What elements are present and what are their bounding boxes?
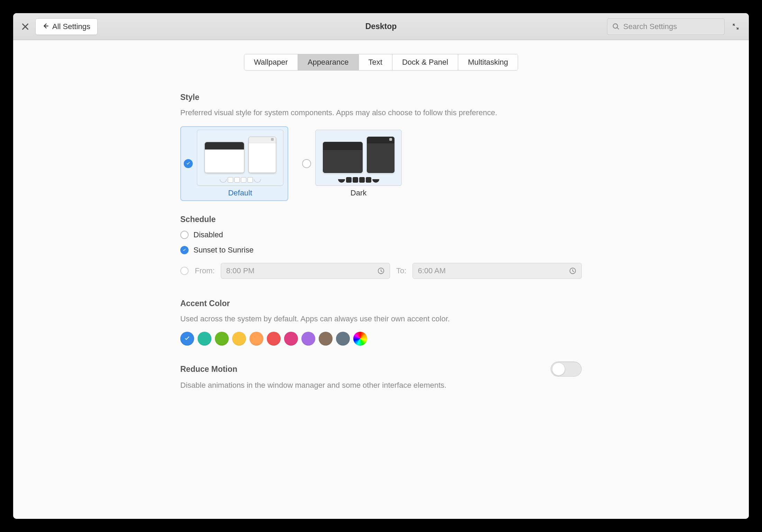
search-icon [612, 23, 620, 30]
accent-title: Accent Color [180, 299, 582, 308]
schedule-to-input[interactable]: 6:00 AM [412, 263, 582, 279]
accent-color-6[interactable] [284, 332, 298, 346]
style-label-dark: Dark [351, 189, 366, 198]
back-arrow-icon [43, 22, 49, 31]
accent-color-5[interactable] [267, 332, 281, 346]
schedule-option-manual[interactable]: From: 8:00 PM To: 6:00 AM [180, 263, 582, 279]
close-icon [20, 21, 30, 32]
accent-color-9[interactable] [336, 332, 350, 346]
tab-appearance[interactable]: Appearance [298, 54, 359, 70]
schedule-radio-sunset[interactable] [180, 246, 189, 254]
schedule-radio-disabled[interactable] [180, 231, 189, 239]
style-label-default: Default [228, 189, 252, 198]
style-desc: Preferred visual style for system compon… [180, 108, 582, 117]
accent-color-7[interactable] [301, 332, 315, 346]
reduce-motion-switch[interactable] [551, 361, 582, 377]
check-icon [183, 335, 191, 342]
switch-knob [552, 363, 565, 376]
content-area: Wallpaper Appearance Text Dock & Panel M… [13, 40, 749, 519]
schedule-from-label: From: [195, 266, 215, 275]
schedule-to-label: To: [396, 266, 406, 275]
schedule-title: Schedule [180, 215, 582, 224]
schedule-radio-manual[interactable] [180, 267, 189, 275]
reduce-motion-row: Reduce Motion [180, 361, 582, 377]
tab-dock-panel[interactable]: Dock & Panel [392, 54, 458, 70]
schedule-from-value: 8:00 PM [226, 266, 254, 275]
settings-window: All Settings Desktop Search Settings Wal… [13, 13, 749, 519]
schedule-to-value: 6:00 AM [418, 266, 446, 275]
style-option-default[interactable]: Default [180, 126, 288, 201]
check-icon [182, 248, 187, 253]
check-icon [185, 161, 191, 166]
headerbar: All Settings Desktop Search Settings [13, 13, 749, 40]
back-label: All Settings [52, 22, 90, 31]
tab-text[interactable]: Text [359, 54, 392, 70]
schedule-sunset-label: Sunset to Sunrise [193, 246, 254, 255]
search-placeholder: Search Settings [623, 22, 677, 31]
accent-color-row [180, 332, 582, 346]
tab-wallpaper[interactable]: Wallpaper [244, 54, 298, 70]
fullscreen-button[interactable] [729, 20, 742, 33]
accent-color-0[interactable] [180, 332, 194, 346]
schedule-option-disabled[interactable]: Disabled [180, 230, 582, 239]
accent-color-2[interactable] [215, 332, 229, 346]
fullscreen-icon [732, 23, 740, 30]
tab-bar: Wallpaper Appearance Text Dock & Panel M… [244, 54, 518, 71]
clock-icon [377, 267, 385, 275]
appearance-panel: Style Preferred visual style for system … [180, 93, 582, 390]
style-preview-dark [315, 130, 402, 186]
accent-color-3[interactable] [232, 332, 246, 346]
search-input[interactable]: Search Settings [607, 18, 725, 35]
style-title: Style [180, 93, 582, 102]
reduce-motion-desc: Disable animations in the window manager… [180, 381, 582, 390]
schedule-from-input[interactable]: 8:00 PM [221, 263, 390, 279]
accent-desc: Used across the system by default. Apps … [180, 314, 582, 323]
schedule-option-sunset[interactable]: Sunset to Sunrise [180, 246, 582, 255]
style-option-dark[interactable]: Dark [299, 126, 407, 201]
style-options: Default Dark [180, 126, 582, 201]
close-button[interactable] [20, 21, 30, 32]
clock-icon [569, 267, 577, 275]
accent-color-10[interactable] [353, 332, 367, 346]
accent-color-8[interactable] [319, 332, 333, 346]
style-radio-dark[interactable] [302, 159, 311, 168]
accent-color-4[interactable] [250, 332, 263, 346]
all-settings-button[interactable]: All Settings [35, 18, 98, 35]
style-preview-default [197, 130, 283, 186]
style-radio-default[interactable] [184, 159, 193, 168]
accent-color-1[interactable] [198, 332, 211, 346]
tab-multitasking[interactable]: Multitasking [458, 54, 518, 70]
reduce-motion-title: Reduce Motion [180, 365, 237, 374]
schedule-disabled-label: Disabled [193, 230, 223, 239]
